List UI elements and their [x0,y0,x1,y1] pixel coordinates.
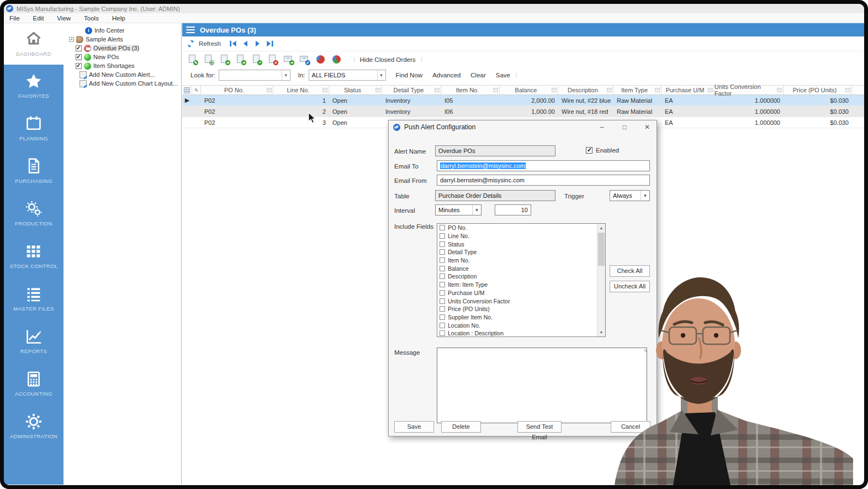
column-header-detail-type[interactable]: Detail Type [382,86,441,94]
minimize-icon[interactable]: – [592,121,611,133]
send-test-email-button[interactable]: Send Test Email [517,421,562,433]
field-checkbox[interactable] [440,290,445,296]
column-header-po-no[interactable]: PO No. [201,86,273,94]
tree-checkbox[interactable] [76,54,82,60]
chart-layout-icon[interactable] [332,55,341,64]
tree-item-overdue-pos-3[interactable]: Overdue POs (3) [63,44,181,52]
column-filter-icon[interactable] [708,88,713,92]
refresh-icon[interactable] [187,40,195,48]
look-for-combo[interactable]: ▼ [219,70,290,81]
include-field-location-no[interactable]: Location No. [437,321,605,329]
enabled-checkbox[interactable]: Enabled [586,147,619,154]
chevron-down-icon[interactable]: ▼ [377,70,385,80]
close-icon[interactable]: ✕ [638,121,657,133]
column-filter-icon[interactable] [552,88,557,92]
refresh-button[interactable]: Refresh [199,40,221,47]
sidebar-item-stock-control[interactable]: STOCK CONTROL [4,235,63,277]
email-verify-icon[interactable]: ✔ [300,55,309,64]
look-for-input[interactable] [219,70,282,80]
column-header-units-conversion-factor[interactable]: Units Conversion Factor [714,86,784,94]
field-checkbox[interactable] [440,298,445,304]
add-record-icon[interactable]: + [252,55,261,64]
menu-edit[interactable]: Edit [33,15,44,22]
column-filter-icon[interactable] [375,88,380,92]
include-field-status[interactable]: Status [437,240,605,248]
table-row[interactable]: ▶P021OpenInventoryI052,000.00Wire nut, #… [182,95,864,106]
delete-record-icon[interactable]: ✕ [268,55,277,64]
include-field-location-description[interactable]: Location : Description [437,329,605,337]
edit-record-icon[interactable]: ✎ [188,55,197,64]
include-fields-listbox[interactable]: PO No.Line No.StatusDetail TypeItem No.B… [437,223,606,337]
next-record-icon[interactable] [253,40,262,48]
clear-button[interactable]: Clear [470,72,485,78]
column-filter-icon[interactable] [845,88,850,92]
checkbox-check-icon[interactable] [586,147,592,154]
column-header-purchase-u-m[interactable]: Purchase U/M [661,86,714,94]
email-send-icon[interactable]: ➜ [284,55,293,64]
tree-item-new-pos[interactable]: New POs [63,52,181,61]
column-header-price-po-units[interactable]: Price (PO Units) [784,86,852,94]
field-checkbox[interactable] [440,282,445,287]
tree-item-info-center[interactable]: iInfo Center [63,26,181,35]
email-from-input[interactable]: darryl.bernstein@misysinc.com [437,175,650,186]
include-field-po-no[interactable]: PO No. [437,224,605,232]
alert-name-field[interactable]: Overdue POs [435,145,555,156]
sidebar-item-dashboard[interactable]: DASHBOARD [4,23,63,65]
save-button[interactable]: Save [394,421,434,433]
first-record-icon[interactable] [229,40,237,48]
sidebar-item-production[interactable]: PRODUCTION [4,192,63,235]
listbox-scrollbar[interactable]: ▲ ▼ [597,224,605,336]
include-field-item-no[interactable]: Item No. [437,256,605,265]
include-field-price-po-units[interactable]: Price (PO Units) [437,305,605,313]
column-header-balance[interactable]: Balance [500,86,558,94]
include-field-item-item-type[interactable]: Item: Item Type [437,281,605,289]
column-filter-icon[interactable] [493,88,498,92]
table-field[interactable]: Purchase Order Details [435,190,555,201]
menu-file[interactable]: File [9,15,20,22]
tree-item-add-new-custom-chart-layout[interactable]: Add New Custom Chart Layout... [63,79,181,88]
include-field-balance[interactable]: Balance [437,264,605,272]
expand-icon[interactable]: + [69,37,74,42]
copy-record-icon[interactable]: ❐ [204,55,213,64]
sidebar-item-favorites[interactable]: FAVORITES [4,65,63,107]
chevron-down-icon[interactable]: ▼ [472,205,481,215]
menu-view[interactable]: View [57,15,71,22]
export-record-icon[interactable]: ➜ [236,55,245,64]
tree-checkbox[interactable] [76,63,82,69]
column-filter-icon[interactable] [607,88,612,92]
column-header-item-type[interactable]: Item Type [613,86,661,94]
table-row[interactable]: P022OpenInventoryI061,000.00Wire nut, #1… [182,106,864,117]
column-filter-icon[interactable] [267,88,272,92]
tree-item-add-new-custom-alert[interactable]: Add New Custom Alert... [63,70,181,79]
filter-column-header[interactable]: ✎ [192,86,201,94]
column-header-description[interactable]: Description [558,86,613,94]
field-checkbox[interactable] [440,274,445,279]
field-checkbox[interactable] [440,306,445,312]
column-filter-icon[interactable] [435,88,440,92]
delete-button[interactable]: Delete [441,421,481,433]
panel-menu-icon[interactable] [186,27,195,33]
scroll-up-icon[interactable]: ▲ [597,224,605,232]
column-header-line-no[interactable]: Line No. [273,86,329,94]
import-record-icon[interactable]: ➜ [220,55,229,64]
chevron-down-icon[interactable]: ▼ [641,191,649,201]
select-all-cells-icon[interactable] [182,86,192,94]
field-checkbox[interactable] [440,314,445,320]
field-checkbox[interactable] [440,225,445,230]
sidebar-item-planning[interactable]: PLANNING [4,107,63,150]
chevron-down-icon[interactable]: ▼ [282,70,290,80]
field-checkbox[interactable] [440,257,445,263]
tree-item-item-shortages[interactable]: Item Shortages [63,61,181,70]
pie-chart-icon[interactable] [316,55,325,64]
find-now-button[interactable]: Find Now [396,72,423,78]
advanced-button[interactable]: Advanced [432,72,461,78]
field-checkbox[interactable] [440,241,445,247]
in-field-combo[interactable]: ALL FIELDS ▼ [309,70,386,81]
scrollbar-thumb[interactable] [598,233,605,266]
scroll-down-icon[interactable]: ▼ [597,328,605,336]
field-checkbox[interactable] [440,323,445,328]
menu-tools[interactable]: Tools [84,15,99,22]
column-filter-icon[interactable] [655,88,660,92]
field-checkbox[interactable] [440,249,445,255]
trigger-combo[interactable]: Always ▼ [610,190,650,201]
